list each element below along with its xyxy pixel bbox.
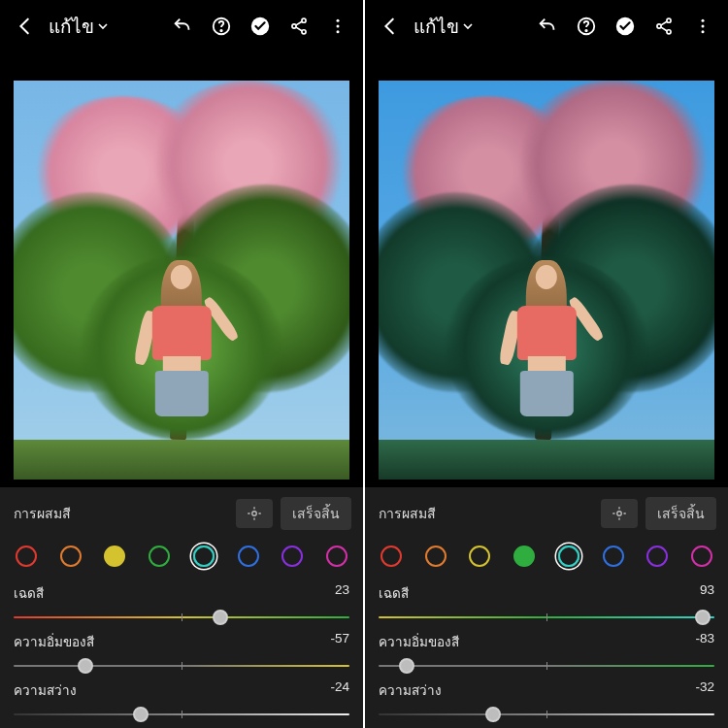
section-label: การผสมสี [379, 503, 593, 524]
slider-thumb[interactable] [695, 610, 711, 625]
color-swatch-1[interactable] [60, 546, 82, 567]
slider-label: ความสว่าง [379, 679, 442, 701]
slider-track[interactable] [14, 707, 349, 722]
slider-row: เฉดสี93 [365, 579, 728, 627]
color-swatch-4[interactable] [193, 546, 215, 567]
more-icon[interactable] [318, 7, 357, 46]
color-mix-controls: การผสมสี เสร็จสิ้น เฉดสี23ความอิ่มของสี-… [0, 487, 363, 728]
svg-point-1 [220, 29, 221, 30]
target-adjust-button[interactable] [236, 499, 273, 528]
share-icon[interactable] [280, 7, 318, 46]
done-button[interactable]: เสร็จสิ้น [645, 497, 716, 530]
title-text: แก้ไข [49, 12, 94, 41]
title-text: แก้ไข [414, 12, 459, 41]
slider-value: 23 [335, 582, 349, 604]
color-swatches [365, 536, 728, 579]
svg-point-17 [702, 24, 705, 27]
more-icon[interactable] [683, 7, 722, 46]
color-swatch-7[interactable] [691, 546, 712, 567]
topbar: แก้ไข [365, 0, 728, 51]
editor-panel-right: แก้ไข [365, 0, 728, 728]
slider-thumb[interactable] [78, 658, 93, 674]
section-label: การผสมสี [14, 503, 228, 524]
svg-point-6 [337, 18, 340, 21]
slider-track[interactable] [379, 707, 714, 722]
color-swatch-4[interactable] [558, 546, 579, 567]
color-swatch-2[interactable] [104, 546, 125, 567]
slider-row: ความอิ่มของสี-57 [0, 627, 363, 676]
svg-point-8 [337, 30, 340, 33]
sliders: เฉดสี93ความอิ่มของสี-83ความสว่าง-32 [365, 579, 728, 724]
slider-track[interactable] [14, 658, 349, 674]
chevron-down-icon [98, 21, 108, 31]
slider-thumb[interactable] [133, 707, 149, 722]
slider-value: -24 [330, 679, 349, 701]
slider-value: -32 [695, 679, 714, 701]
svg-point-16 [702, 18, 705, 21]
color-swatch-3[interactable] [149, 546, 170, 567]
undo-icon[interactable] [163, 7, 202, 46]
slider-row: ความอิ่มของสี-83 [365, 627, 728, 676]
slider-label: เฉดสี [379, 582, 409, 604]
help-icon[interactable] [567, 7, 606, 46]
photo-preview[interactable] [379, 81, 714, 480]
slider-track[interactable] [379, 658, 714, 674]
color-swatch-7[interactable] [326, 546, 347, 567]
slider-thumb[interactable] [485, 707, 501, 722]
slider-row: เฉดสี23 [0, 579, 363, 627]
color-swatch-2[interactable] [469, 546, 490, 567]
page-title[interactable]: แก้ไข [414, 12, 473, 41]
back-icon[interactable] [6, 7, 45, 46]
svg-point-18 [702, 30, 705, 33]
color-swatch-6[interactable] [646, 546, 668, 567]
color-swatch-1[interactable] [425, 546, 447, 567]
sliders: เฉดสี23ความอิ่มของสี-57ความสว่าง-24 [0, 579, 363, 724]
slider-row: ความสว่าง-32 [365, 676, 728, 724]
share-icon[interactable] [645, 7, 683, 46]
done-button[interactable]: เสร็จสิ้น [281, 497, 351, 530]
svg-point-19 [617, 512, 622, 516]
color-swatch-5[interactable] [238, 546, 259, 567]
slider-value: -83 [695, 631, 714, 652]
slider-track[interactable] [14, 610, 349, 625]
slider-label: ความสว่าง [14, 679, 77, 701]
slider-value: 93 [700, 582, 714, 604]
slider-thumb[interactable] [213, 610, 228, 625]
slider-track[interactable] [379, 610, 714, 625]
color-mix-controls: การผสมสี เสร็จสิ้น เฉดสี93ความอิ่มของสี-… [365, 487, 728, 728]
svg-point-11 [585, 29, 586, 30]
slider-label: ความอิ่มของสี [379, 631, 459, 652]
editor-panel-left: แก้ไข [0, 0, 363, 728]
slider-thumb[interactable] [399, 658, 414, 674]
help-icon[interactable] [202, 7, 241, 46]
slider-label: ความอิ่มของสี [14, 631, 94, 652]
slider-row: ความสว่าง-24 [0, 676, 363, 724]
color-swatch-0[interactable] [381, 546, 402, 567]
color-swatch-5[interactable] [603, 546, 624, 567]
back-icon[interactable] [371, 7, 410, 46]
slider-label: เฉดสี [14, 582, 44, 604]
color-swatch-3[interactable] [513, 546, 535, 567]
color-swatch-6[interactable] [281, 546, 303, 567]
svg-point-9 [252, 512, 257, 516]
color-swatches [0, 536, 363, 579]
svg-point-7 [337, 24, 340, 27]
color-swatch-0[interactable] [16, 546, 37, 567]
topbar: แก้ไข [0, 0, 363, 51]
target-adjust-button[interactable] [601, 499, 638, 528]
photo-preview[interactable] [14, 81, 349, 480]
confirm-icon[interactable] [241, 7, 280, 46]
confirm-icon[interactable] [606, 7, 645, 46]
page-title[interactable]: แก้ไข [49, 12, 108, 41]
chevron-down-icon [463, 21, 473, 31]
slider-value: -57 [330, 631, 349, 652]
undo-icon[interactable] [528, 7, 567, 46]
